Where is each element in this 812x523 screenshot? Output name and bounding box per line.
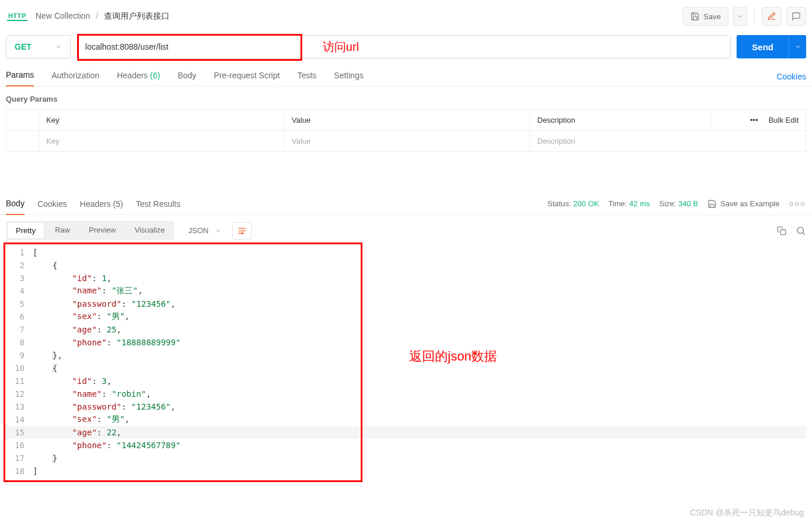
breadcrumb: New Collection / 查询用户列表接口 xyxy=(36,11,170,22)
size-label: Size: xyxy=(659,199,676,208)
size-value: 340 B xyxy=(678,199,698,208)
tab-headers[interactable]: Headers (6) xyxy=(117,67,160,86)
qp-checkbox-header xyxy=(6,110,39,130)
qp-key-header: Key xyxy=(39,110,285,130)
send-chevron-button[interactable] xyxy=(789,35,806,58)
svg-line-4 xyxy=(803,233,804,234)
resp-tab-body[interactable]: Body xyxy=(6,193,25,215)
resp-tab-headers[interactable]: Headers (5) xyxy=(80,193,123,214)
divider xyxy=(754,8,755,25)
comments-button[interactable] xyxy=(786,7,806,26)
search-icon[interactable] xyxy=(796,226,806,236)
bulk-edit-link[interactable]: Bulk Edit xyxy=(769,116,799,124)
method-label: GET xyxy=(15,42,32,51)
tab-headers-label: Headers xyxy=(117,71,148,80)
tab-tests[interactable]: Tests xyxy=(298,67,317,86)
url-input[interactable] xyxy=(77,36,731,58)
view-preview[interactable]: Preview xyxy=(80,221,125,240)
cookies-link[interactable]: Cookies xyxy=(776,72,806,81)
http-icon: HTTP xyxy=(7,12,27,21)
tab-prerequest[interactable]: Pre-request Script xyxy=(214,67,280,86)
tab-settings[interactable]: Settings xyxy=(334,67,364,86)
format-select[interactable]: JSON xyxy=(181,223,229,238)
more-actions-icon[interactable]: ○○○ xyxy=(789,199,806,208)
status-label: Status: xyxy=(548,199,571,208)
view-pretty[interactable]: Pretty xyxy=(7,222,44,239)
query-params-title: Query Params xyxy=(0,86,812,109)
tab-headers-count: (6) xyxy=(150,71,160,80)
edit-button[interactable] xyxy=(762,7,782,26)
tab-authorization[interactable]: Authorization xyxy=(51,67,99,86)
svg-rect-2 xyxy=(780,230,786,235)
save-chevron-button[interactable] xyxy=(733,7,747,26)
qp-desc-input[interactable]: Description xyxy=(530,131,806,151)
breadcrumb-collection[interactable]: New Collection xyxy=(36,11,90,20)
tab-params[interactable]: Params xyxy=(6,67,34,86)
chevron-down-icon xyxy=(215,227,222,234)
tab-body[interactable]: Body xyxy=(178,67,196,86)
format-label: JSON xyxy=(188,226,209,235)
view-raw[interactable]: Raw xyxy=(46,221,80,240)
method-select[interactable]: GET xyxy=(6,35,71,58)
view-visualize[interactable]: Visualize xyxy=(125,221,174,240)
time-label: Time: xyxy=(609,199,627,208)
qp-key-input[interactable]: Key xyxy=(39,131,285,151)
resp-tab-headers-count: (5) xyxy=(113,199,123,209)
send-button[interactable]: Send xyxy=(737,35,789,58)
save-label: Save xyxy=(703,12,721,21)
more-icon[interactable]: ••• xyxy=(750,116,758,124)
qp-checkbox[interactable] xyxy=(6,131,39,151)
save-as-example-button[interactable]: Save as Example xyxy=(707,199,779,209)
query-params-table: Key Value Description ••• Bulk Edit Key … xyxy=(6,109,806,152)
qp-desc-header: Description xyxy=(530,110,711,130)
chevron-down-icon xyxy=(55,43,62,50)
save-example-label: Save as Example xyxy=(720,199,779,208)
copy-icon[interactable] xyxy=(777,226,786,235)
resp-tab-tests[interactable]: Test Results xyxy=(136,193,180,214)
view-segment: Pretty Raw Preview Visualize xyxy=(6,221,174,240)
wrap-lines-button[interactable] xyxy=(232,222,252,240)
svg-point-3 xyxy=(797,227,804,234)
time-value: 42 ms xyxy=(629,199,649,208)
qp-value-header: Value xyxy=(285,110,530,130)
resp-tab-headers-label: Headers xyxy=(80,199,111,209)
response-json-body[interactable]: 1[2 {3 "id": 1,4 "name": "张三",5 "passwor… xyxy=(6,246,806,477)
qp-value-input[interactable]: Value xyxy=(285,131,530,151)
status-value: 200 OK xyxy=(573,199,599,208)
save-button[interactable]: Save xyxy=(683,7,728,26)
resp-tab-cookies[interactable]: Cookies xyxy=(37,193,67,214)
breadcrumb-request: 查询用户列表接口 xyxy=(104,11,170,20)
